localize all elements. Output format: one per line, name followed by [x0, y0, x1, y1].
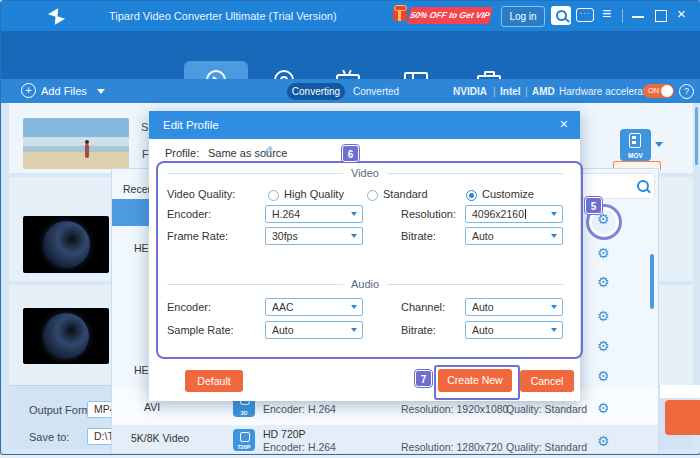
gear-icon[interactable]: ⚙ [597, 369, 610, 383]
annotation-badge-5: 5 [585, 197, 602, 214]
brand-divider: | [493, 86, 496, 97]
row-encoder: Encoder: H.264 [263, 441, 336, 453]
row-resolution: Resolution: 1280x720 [401, 441, 503, 453]
radio-customize-label[interactable]: Customize [482, 188, 534, 200]
brand-divider: | [525, 86, 528, 97]
gear-icon[interactable]: ⚙ [597, 434, 610, 448]
hw-accel-toggle[interactable]: ON [643, 84, 674, 98]
close-icon[interactable]: × [560, 116, 568, 132]
minimize-icon[interactable] [632, 16, 644, 18]
category-item[interactable]: HE [134, 242, 149, 254]
add-files-button[interactable]: Add Files [41, 85, 87, 97]
radio-high-quality[interactable] [268, 190, 279, 201]
row-divider [660, 385, 700, 398]
chevron-down-icon[interactable] [351, 212, 357, 216]
profile-label: Profile: [165, 147, 199, 159]
chevron-down-icon[interactable] [351, 305, 357, 309]
key-icon [556, 10, 567, 21]
video-thumbnail-earth [23, 308, 109, 364]
register-key-button[interactable] [551, 6, 571, 25]
encoder-select[interactable]: H.264 [265, 205, 363, 223]
converting-tab[interactable]: Converting [287, 83, 345, 100]
text-fragment: S [141, 121, 148, 133]
plus-icon[interactable]: + [21, 83, 36, 98]
radio-standard-label[interactable]: Standard [383, 188, 428, 200]
format-icon-720p: 720P [233, 429, 255, 451]
menu-icon[interactable]: ≡ [602, 5, 611, 23]
sub-toolbar: + Add Files Converting Converted NVIDIA … [1, 79, 700, 103]
channel-select[interactable]: Auto [465, 298, 563, 316]
default-button[interactable]: Default [185, 370, 243, 392]
nvidia-brand: NVIDIA [453, 86, 487, 97]
chevron-down-icon[interactable] [351, 328, 357, 332]
convert-all-button-partial[interactable] [665, 400, 700, 435]
title-bar: Tipard Video Converter Ultimate (Trial V… [1, 1, 700, 31]
bitrate-label: Bitrate: [401, 230, 436, 242]
nav-bar: Converter Ripper MV Collage [1, 31, 700, 79]
resolution-select[interactable]: 4096x2160 [465, 205, 563, 223]
text-caret [525, 209, 526, 219]
create-new-button[interactable]: Create New [438, 369, 512, 392]
samplerate-select[interactable]: Auto [265, 321, 363, 339]
edit-profile-dialog: Edit Profile × Profile: Same as source ✎… [149, 111, 580, 401]
chevron-down-icon[interactable] [655, 142, 663, 147]
radio-standard[interactable] [367, 190, 378, 201]
gear-icon[interactable]: ⚙ [597, 246, 610, 260]
framerate-label: Frame Rate: [167, 230, 228, 242]
gear-icon[interactable]: ⚙ [597, 339, 610, 353]
gear-icon[interactable]: ⚙ [597, 401, 610, 415]
chevron-down-icon[interactable] [551, 212, 557, 216]
chevron-down-icon[interactable] [97, 89, 105, 94]
cancel-button[interactable]: Cancel [520, 370, 574, 392]
close-icon[interactable]: × [677, 5, 686, 22]
framerate-select[interactable]: 30fps [265, 227, 363, 245]
help-icon[interactable]: ? [679, 84, 694, 99]
annotation-badge-6: 6 [342, 145, 359, 162]
audio-encoder-label: Encoder: [167, 301, 211, 313]
window-title: Tipard Video Converter Ultimate (Trial V… [109, 10, 337, 22]
gear-icon[interactable]: ⚙ [597, 309, 610, 323]
profile-value: Same as source [208, 147, 287, 159]
intel-brand: Intel [500, 86, 521, 97]
audio-section-header: Audio [167, 278, 563, 290]
amd-brand: AMD [532, 86, 555, 97]
chevron-down-icon[interactable] [551, 328, 557, 332]
gift-icon[interactable] [393, 8, 407, 21]
search-icon[interactable] [637, 180, 649, 192]
category-item[interactable]: HE [134, 364, 149, 376]
radio-customize[interactable] [466, 190, 477, 201]
category-item[interactable]: AVI [144, 401, 160, 413]
video-thumbnail-beach [23, 118, 129, 169]
bitrate-select[interactable]: Auto [465, 227, 563, 245]
text-fragment: F [142, 148, 149, 160]
film-icon [629, 133, 641, 148]
picker-scrollbar[interactable] [650, 254, 654, 309]
audio-bitrate-label: Bitrate: [401, 324, 436, 336]
vip-offer-badge[interactable]: 50% OFF to Get VIP [407, 7, 493, 24]
channel-label: Channel: [401, 301, 445, 313]
gear-icon[interactable]: ⚙ [597, 212, 610, 226]
app-window: Tipard Video Converter Ultimate (Trial V… [0, 0, 700, 455]
row-title: HD 720P [263, 428, 306, 440]
dialog-header: Edit Profile × [149, 111, 580, 139]
category-item[interactable]: 5K/8K Video [131, 432, 189, 444]
encoder-label: Encoder: [167, 208, 211, 220]
audio-bitrate-select[interactable]: Auto [465, 321, 563, 339]
samplerate-label: Sample Rate: [167, 324, 234, 336]
chevron-down-icon[interactable] [551, 234, 557, 238]
edit-icon[interactable]: ✎ [263, 144, 273, 158]
dialog-title: Edit Profile [163, 119, 219, 131]
output-format-button[interactable]: MOV [620, 129, 651, 161]
video-section-header: Video [167, 167, 563, 179]
audio-encoder-select[interactable]: AAC [265, 298, 363, 316]
gear-icon[interactable]: ⚙ [597, 275, 610, 289]
resolution-label: Resolution: [401, 208, 456, 220]
converted-tab[interactable]: Converted [353, 86, 399, 97]
file-list-scrollbar[interactable] [695, 107, 698, 165]
radio-high-quality-label[interactable]: High Quality [284, 188, 344, 200]
maximize-icon[interactable] [655, 10, 667, 22]
chevron-down-icon[interactable] [351, 234, 357, 238]
login-button[interactable]: Log in [501, 6, 545, 27]
chevron-down-icon[interactable] [551, 305, 557, 309]
feedback-icon[interactable]: ··· [576, 8, 594, 22]
